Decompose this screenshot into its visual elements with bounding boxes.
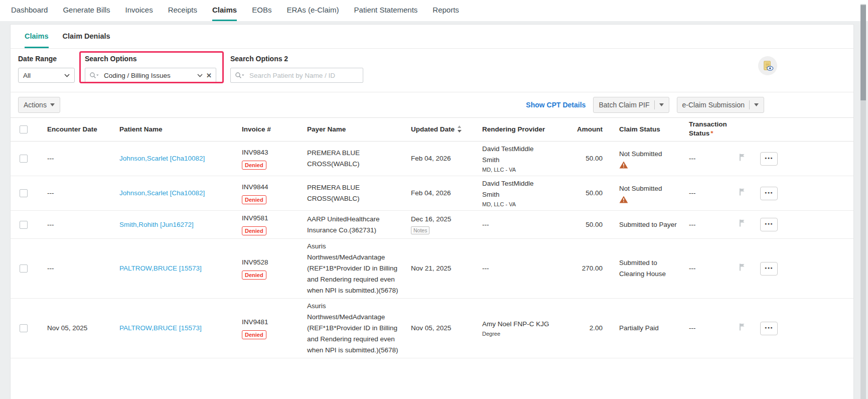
row-menu-button[interactable]: ●●● — [760, 187, 778, 200]
caret-down-icon — [50, 103, 55, 106]
invoice-number: INV9528 — [242, 257, 299, 268]
ellipsis-icon: ●●● — [765, 222, 773, 225]
batch-claim-pif-button[interactable]: Batch Claim PIF — [593, 97, 669, 113]
table-row: --- Johnson,Scarlet [Cha10082] INV9843 D… — [11, 142, 853, 176]
encounter-date-cell: --- — [40, 153, 112, 164]
encounter-date-cell: --- — [40, 188, 112, 199]
denied-badge: Denied — [242, 271, 266, 280]
header-payer-name: Payer Name — [299, 124, 403, 135]
nav-item-invoices[interactable]: Invoices — [125, 6, 153, 21]
rendering-provider-cell: --- — [475, 263, 575, 274]
chevron-down-icon — [64, 74, 70, 77]
flag-icon[interactable] — [739, 219, 746, 227]
vertical-scrollbar-thumb[interactable] — [860, 5, 866, 100]
claims-panel: Claims Claim Denials Date Range All Sear… — [10, 24, 854, 399]
eclaim-submission-label: e-Claim Submission — [682, 101, 745, 109]
action-bar: Actions Show CPT Details Batch Claim PIF… — [11, 92, 853, 117]
notes-badge[interactable]: Notes — [411, 226, 429, 234]
invoice-cell: INV9843 Denied — [234, 147, 299, 171]
encounter-date-cell: --- — [40, 219, 112, 230]
warning-icon — [619, 161, 628, 169]
invoice-cell: INV9844 Denied — [234, 182, 299, 205]
invoice-number: INV9843 — [242, 147, 299, 158]
row-checkbox[interactable] — [20, 264, 28, 273]
updated-date-cell: Feb 04, 2026 — [403, 188, 475, 199]
amount-cell: 50.00 — [575, 153, 610, 164]
eclaim-submission-button[interactable]: e-Claim Submission — [677, 97, 764, 113]
flag-icon[interactable] — [739, 323, 746, 331]
row-checkbox[interactable] — [20, 324, 28, 332]
tab-claim-denials[interactable]: Claim Denials — [63, 32, 110, 48]
clear-search-icon[interactable]: ✕ — [206, 72, 212, 79]
row-menu-button[interactable]: ●●● — [760, 322, 778, 335]
row-checkbox[interactable] — [20, 221, 28, 229]
chevron-down-icon[interactable] — [197, 74, 203, 77]
invoice-number: INV9481 — [242, 317, 299, 328]
invoice-cell: INV9481 Denied — [234, 317, 299, 340]
encounter-date-cell: --- — [40, 263, 112, 274]
search-options-input[interactable] — [103, 71, 194, 80]
nav-item-patient-statements[interactable]: Patient Statements — [354, 6, 418, 21]
denied-badge: Denied — [242, 195, 266, 204]
rendering-provider-cell: David TestMiddle Smith MD, LLC - VA — [475, 178, 575, 208]
nav-item-receipts[interactable]: Receipts — [168, 6, 197, 21]
flag-icon[interactable] — [739, 153, 746, 161]
tab-bar: Claims Claim Denials — [11, 25, 853, 49]
search-icon[interactable] — [235, 72, 245, 79]
nav-item-eras[interactable]: ERAs (e-Claim) — [286, 6, 339, 21]
payer-name-cell: Asuris Northwest/MedAdvantage (REF*1B*Pr… — [299, 241, 403, 296]
sort-icon[interactable] — [457, 125, 462, 132]
patient-search-input[interactable] — [248, 71, 359, 80]
table-header-row: Encounter Date Patient Name Invoice # Pa… — [11, 118, 853, 142]
ellipsis-icon: ●●● — [765, 266, 773, 270]
row-checkbox[interactable] — [20, 155, 28, 163]
view-report-button[interactable] — [758, 56, 777, 75]
provider-subtext: Degree — [482, 330, 575, 338]
patient-name-link[interactable]: Johnson,Scarlet [Cha10082] — [119, 155, 205, 162]
nav-item-generate-bills[interactable]: Generate Bills — [63, 6, 110, 21]
eclaim-submission-caret[interactable] — [749, 100, 759, 109]
payer-name-cell: AARP UnitedHealthcare Insurance Co.(3627… — [299, 214, 403, 236]
patient-name-link[interactable]: Smith,Rohith [Jun16272] — [119, 221, 194, 228]
show-cpt-details-link[interactable]: Show CPT Details — [526, 101, 586, 109]
nav-item-dashboard[interactable]: Dashboard — [11, 6, 48, 21]
table-row: Nov 05, 2025 PALTROW,BRUCE [15573] INV94… — [11, 299, 853, 358]
date-range-select[interactable]: All — [18, 68, 75, 83]
header-updated-date[interactable]: Updated Date — [403, 124, 475, 135]
patient-name-link[interactable]: Johnson,Scarlet [Cha10082] — [119, 189, 205, 197]
claim-status-cell: Submitted to Payer — [610, 219, 683, 230]
claim-status-cell: Not Submitted — [610, 183, 683, 204]
payer-name-cell: PREMERA BLUE CROSS(WABLC) — [299, 182, 403, 204]
date-range-label: Date Range — [18, 55, 75, 63]
nav-item-reports[interactable]: Reports — [432, 6, 459, 21]
row-menu-button[interactable]: ●●● — [760, 262, 778, 276]
tab-claims[interactable]: Claims — [25, 32, 49, 48]
search-options-2-group: Search Options 2 — [230, 55, 363, 83]
amount-cell: 50.00 — [575, 188, 610, 199]
invoice-cell: INV9528 Denied — [234, 257, 299, 281]
row-menu-button[interactable]: ●●● — [760, 218, 778, 231]
filter-bar: Date Range All Search Options ✕ Search O… — [11, 49, 853, 92]
flag-icon[interactable] — [739, 188, 746, 196]
actions-button[interactable]: Actions — [18, 97, 60, 113]
nav-item-claims[interactable]: Claims — [212, 6, 237, 21]
patient-name-link[interactable]: PALTROW,BRUCE [15573] — [119, 324, 202, 332]
required-marker: * — [710, 129, 713, 137]
date-range-group: Date Range All — [18, 55, 75, 83]
row-checkbox[interactable] — [20, 189, 28, 197]
flag-icon[interactable] — [739, 263, 746, 271]
row-menu-button[interactable]: ●●● — [760, 152, 778, 166]
patient-name-link[interactable]: PALTROW,BRUCE [15573] — [119, 264, 202, 272]
updated-date-cell: Feb 04, 2026 — [403, 153, 475, 164]
search-icon[interactable] — [89, 72, 99, 79]
claims-table: Encounter Date Patient Name Invoice # Pa… — [11, 117, 853, 358]
nav-item-eobs[interactable]: EOBs — [252, 6, 271, 21]
updated-date-cell: Nov 21, 2025 — [403, 263, 475, 274]
rendering-provider-cell: David TestMiddle Smith MD, LLC - VA — [475, 144, 575, 174]
transaction-status-cell: --- — [683, 188, 737, 199]
select-all-checkbox[interactable] — [20, 125, 28, 134]
search-options-input-box: ✕ — [85, 68, 216, 83]
warning-icon — [619, 196, 628, 203]
batch-claim-pif-caret[interactable] — [654, 100, 664, 109]
search-options-2-label: Search Options 2 — [230, 55, 363, 63]
